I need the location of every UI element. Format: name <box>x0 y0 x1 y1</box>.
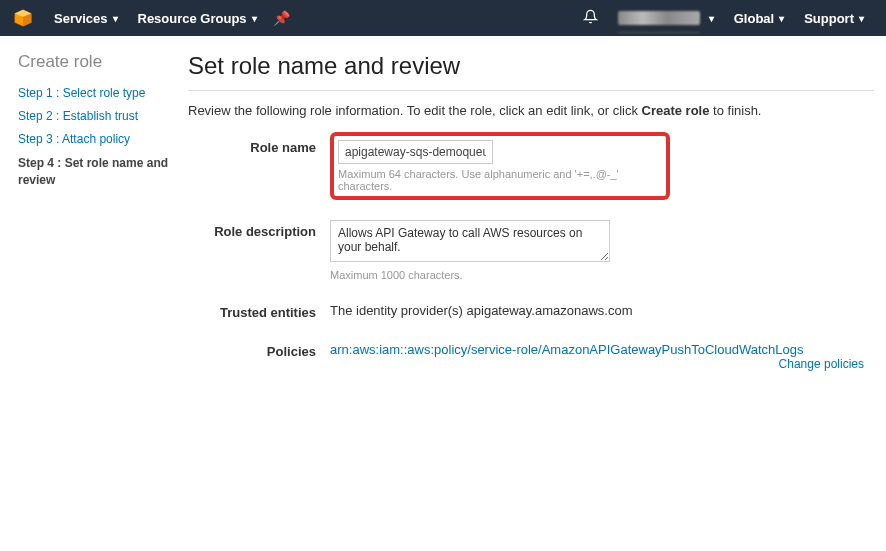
divider <box>188 90 874 91</box>
nav-account[interactable]: ▾ <box>608 11 724 25</box>
content-area: Set role name and review Review the foll… <box>188 52 874 391</box>
nav-support[interactable]: Support ▾ <box>794 11 874 26</box>
nav-region-label: Global <box>734 11 774 26</box>
step-3-link[interactable]: Step 3 : Attach policy <box>18 132 170 146</box>
role-name-input[interactable] <box>338 140 493 164</box>
role-name-hint: Maximum 64 characters. Use alphanumeric … <box>338 168 662 192</box>
policy-arn-link[interactable]: arn:aws:iam::aws:policy/service-role/Ama… <box>330 342 804 357</box>
aws-logo-icon[interactable] <box>12 7 34 29</box>
caret-down-icon: ▾ <box>252 13 257 24</box>
nav-region[interactable]: Global ▾ <box>724 11 794 26</box>
nav-resource-groups[interactable]: Resource Groups ▾ <box>128 11 267 26</box>
step-1-link[interactable]: Step 1 : Select role type <box>18 86 170 100</box>
role-description-label: Role description <box>188 220 330 239</box>
role-name-label: Role name <box>188 136 330 155</box>
step-2-link[interactable]: Step 2 : Establish trust <box>18 109 170 123</box>
review-suffix: to finish. <box>709 103 761 118</box>
caret-down-icon: ▾ <box>779 13 784 24</box>
step-4-current: Step 4 : Set role name and review <box>18 155 170 189</box>
role-description-hint: Maximum 1000 characters. <box>330 269 874 281</box>
policies-label: Policies <box>188 340 330 359</box>
pin-icon[interactable]: 📌 <box>273 10 290 26</box>
nav-support-label: Support <box>804 11 854 26</box>
trusted-entities-label: Trusted entities <box>188 301 330 320</box>
role-description-textarea[interactable]: Allows API Gateway to call AWS resources… <box>330 220 610 262</box>
role-name-highlight: Maximum 64 characters. Use alphanumeric … <box>330 132 670 200</box>
review-bold: Create role <box>642 103 710 118</box>
caret-down-icon: ▾ <box>113 13 118 24</box>
account-name-blurred <box>618 11 700 25</box>
review-instructions: Review the following role information. T… <box>188 103 874 118</box>
page-title: Set role name and review <box>188 52 874 80</box>
nav-resource-groups-label: Resource Groups <box>138 11 247 26</box>
change-policies-link[interactable]: Change policies <box>779 357 864 371</box>
caret-down-icon: ▾ <box>859 13 864 24</box>
top-nav: Services ▾ Resource Groups ▾ 📌 ▾ Global … <box>0 0 886 36</box>
trusted-entities-value: The identity provider(s) apigateway.amaz… <box>330 301 874 318</box>
nav-services-label: Services <box>54 11 108 26</box>
bell-icon[interactable] <box>583 9 598 27</box>
sidebar-title: Create role <box>18 52 170 72</box>
wizard-sidebar: Create role Step 1 : Select role type St… <box>18 52 188 391</box>
nav-services[interactable]: Services ▾ <box>44 11 128 26</box>
review-prefix: Review the following role information. T… <box>188 103 642 118</box>
caret-down-icon: ▾ <box>709 13 714 24</box>
